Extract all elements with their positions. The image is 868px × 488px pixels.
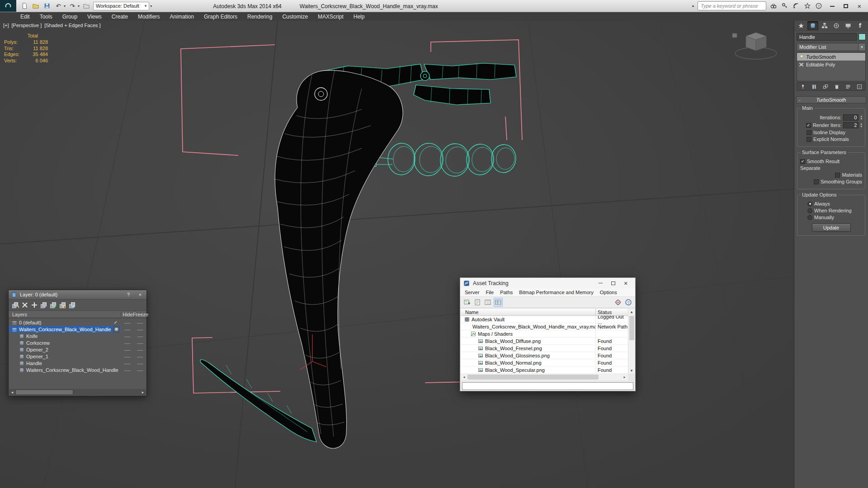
menu-modifiers[interactable]: Modifiers [133,12,165,21]
hide-cell[interactable]: ----- [120,320,134,325]
scroll-up-icon[interactable]: ▲ [628,309,635,315]
freeze-cell[interactable]: ----- [134,361,146,366]
scroll-down-icon[interactable]: ▼ [628,367,635,374]
freeze-cell[interactable]: ----- [134,354,146,359]
open-file-button[interactable] [31,1,40,10]
object-color-swatch[interactable] [859,33,866,40]
hide-cell[interactable]: ----- [120,327,134,332]
undo-dropdown[interactable]: ▾ [64,4,66,8]
scroll-left-icon[interactable]: ◂ [461,374,467,380]
tab-utilities[interactable] [854,21,865,30]
search-button[interactable] [769,2,778,10]
minimize-button[interactable] [826,1,839,11]
manually-radio[interactable] [807,215,812,220]
hide-cell[interactable]: ----- [120,361,134,366]
layer-dialog-titlebar[interactable]: Layer: 0 (default) ? × [9,290,146,300]
scrollbar-thumb[interactable] [15,389,73,395]
asset-help-button[interactable]: ? [624,298,633,307]
hide-column-header[interactable]: Hide [121,311,134,318]
layer-row[interactable]: Waiters_Corkscrew_Black_Wood_Handle ----… [9,326,146,333]
communication-center-button[interactable] [792,2,800,10]
menu-customize[interactable]: Customize [277,12,313,21]
tab-create[interactable] [796,21,807,30]
asset-row[interactable]: Black_Wood_Normal.png Found [461,359,628,366]
freeze-cell[interactable]: ----- [134,367,146,373]
layer-object-row[interactable]: Corkscrew ----- ----- [9,339,146,346]
layer-object-row[interactable]: Opener_1 ----- ----- [9,353,146,360]
menu-views[interactable]: Views [82,12,107,21]
refresh-tracking-button[interactable] [462,298,472,307]
undo-button[interactable]: ↶ [54,1,63,10]
freeze-cell[interactable]: ----- [134,327,146,332]
menu-edit[interactable]: Edit [15,12,35,21]
layer-current-toggle[interactable] [113,327,119,332]
tab-hierarchy[interactable] [819,21,830,30]
report-view-button[interactable] [473,298,482,307]
scrollbar-thumb[interactable] [629,316,634,340]
object-name-field[interactable]: Handle [797,33,857,41]
render-iters-spinner[interactable]: ▴▾ [860,122,862,128]
iterations-field[interactable]: 0 [843,114,859,121]
subscription-button[interactable] [781,2,789,10]
3dsmax-logo[interactable] [0,0,16,12]
freeze-cell[interactable]: ----- [134,347,146,352]
scrollbar-thumb[interactable] [467,375,599,380]
explicit-normals-checkbox[interactable] [807,137,811,142]
table-view-toggle-button[interactable] [494,298,503,307]
asset-options-button[interactable] [613,298,623,307]
set-current-layer-button[interactable] [50,301,57,309]
turbosmooth-rollout-header[interactable]: - TurboSmooth [796,96,866,103]
handle-mesh[interactable] [274,70,403,449]
close-button[interactable]: × [853,1,866,11]
tab-display[interactable] [843,21,854,30]
hide-cell[interactable]: ----- [120,347,134,352]
pin-stack-button[interactable] [799,83,807,90]
menu-options[interactable]: Options [597,290,620,295]
tab-motion[interactable] [831,21,842,30]
asset-row[interactable]: 3Waiters_Corkscrew_Black_Wood_Handle_max… [461,323,628,330]
asset-row[interactable]: Black_Wood_Diffuse.png Found [461,338,628,345]
tab-modify[interactable] [807,21,818,30]
viewcube[interactable] [732,33,777,59]
remove-modifier-button[interactable] [833,83,841,90]
search-input[interactable] [698,1,766,10]
freeze-cell[interactable]: ----- [134,320,146,325]
layer-object-row[interactable]: Opener_2 ----- ----- [9,346,146,353]
layer-object-row[interactable]: Waiters_Corkscrew_Black_Wood_Handle ----… [9,366,146,373]
hide-cell[interactable]: ----- [120,333,134,339]
isoline-display-checkbox[interactable] [807,130,811,135]
new-file-button[interactable] [20,1,29,10]
freeze-cell[interactable]: ----- [134,333,146,339]
layer-object-row[interactable]: Knife ----- ----- [9,333,146,339]
asset-vertical-scrollbar[interactable]: ▲ ▼ [628,309,635,374]
menu-help[interactable]: Help [349,12,370,21]
freeze-column-header[interactable]: Freeze [134,311,146,318]
scroll-right-icon[interactable]: ▸ [140,389,146,395]
layer-object-row[interactable]: Handle ----- ----- [9,360,146,366]
menu-rendering[interactable]: Rendering [242,12,277,21]
asset-row[interactable]: Black_Wood_Fresnel.png Found [461,345,628,352]
configure-modifier-sets-button[interactable] [844,83,852,90]
menu-graph-editors[interactable]: Graph Editors [199,12,242,21]
layer-row[interactable]: 0 (default)✓ ----- ----- [9,319,146,326]
favorites-button[interactable] [803,2,811,10]
asset-close-button[interactable]: × [619,279,632,287]
layers-column-header[interactable]: Layers [9,311,121,318]
menu-group[interactable]: Group [57,12,82,21]
perspective-viewport[interactable]: [+] [Perspective ] [Shaded + Edged Faces… [0,21,794,488]
name-column-header[interactable]: Name [461,309,595,315]
stack-item-turbosmooth[interactable]: TurboSmooth [797,53,865,61]
modifier-sets-menu-button[interactable] [855,83,863,90]
iterations-spinner[interactable]: ▴▾ [860,115,862,120]
render-iters-field[interactable]: 2 [843,122,859,128]
hide-cell[interactable]: ----- [120,354,134,359]
layer-dialog-close-button[interactable]: × [136,291,144,298]
viewport-pov-menu[interactable]: [Perspective ] [12,23,42,28]
layer-horizontal-scrollbar[interactable]: ◂ ▸ [9,389,146,395]
infocenter-collapse-icon[interactable]: ▸ [692,4,694,8]
make-unique-button[interactable] [821,83,830,90]
when-rendering-radio[interactable] [807,208,812,213]
hide-layer-button[interactable] [59,301,66,309]
new-layer-button[interactable]: ★ [12,301,19,309]
show-end-result-button[interactable] [810,83,818,90]
